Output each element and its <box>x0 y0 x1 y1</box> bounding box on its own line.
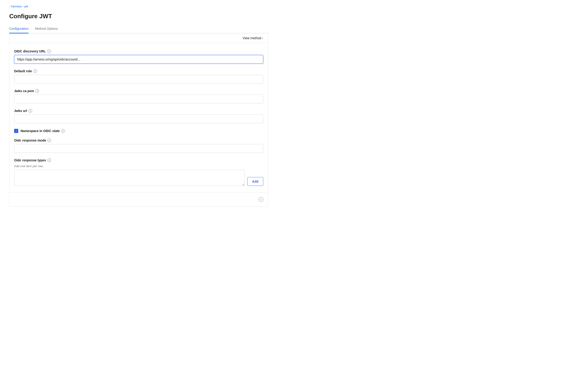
info-icon-jwks-url[interactable]: i <box>28 109 32 113</box>
field-default-role: Default role i <box>14 69 263 84</box>
textarea-oidc-response-types[interactable] <box>14 170 244 186</box>
page-title: Configure JWT <box>9 13 268 20</box>
breadcrumb: ‹ harness ‹ jwt <box>9 5 268 8</box>
add-oidc-response-type-button[interactable]: Add <box>247 177 263 186</box>
input-default-role[interactable] <box>14 75 263 84</box>
label-oidc-response-types: Oidc response types i <box>14 158 263 162</box>
info-icon-oidc-response-types[interactable]: i <box>47 158 51 162</box>
form-area: OIDC discovery URL i Default role i Jwks… <box>10 43 268 192</box>
info-icon-oidc-response-mode[interactable]: i <box>47 139 51 142</box>
info-icon-namespace-oidc-state[interactable]: i <box>61 129 65 133</box>
checkbox-namespace-oidc-state[interactable]: ✓ <box>14 129 18 133</box>
field-oidc-response-types: Oidc response types i Add one item per r… <box>14 158 263 186</box>
view-method-bar: View method › <box>10 33 268 43</box>
tab-method-options[interactable]: Method Options <box>35 24 58 33</box>
chevron-right-icon: › <box>262 36 263 40</box>
label-namespace-oidc-state: Namespace in OIDC state i <box>21 129 65 133</box>
info-icon-default-role[interactable]: i <box>33 69 37 73</box>
input-jwks-ca-pem[interactable] <box>14 95 263 103</box>
view-method-link[interactable]: View method › <box>243 36 263 40</box>
field-oidc-discovery-url: OIDC discovery URL i <box>14 50 263 64</box>
field-jwks-url: Jwks url i <box>14 109 263 123</box>
content-area: View method › OIDC discovery URL i Defau… <box>9 33 268 207</box>
field-namespace-oidc-state: ✓ Namespace in OIDC state i <box>14 129 263 133</box>
input-oidc-discovery-url[interactable] <box>14 55 263 64</box>
input-jwks-url[interactable] <box>14 114 263 123</box>
view-method-label: View method <box>243 36 262 40</box>
label-oidc-response-mode: Oidc response mode i <box>14 139 263 142</box>
input-oidc-response-mode[interactable] <box>14 144 263 153</box>
label-jwks-url: Jwks url i <box>14 109 263 113</box>
field-oidc-response-mode: Oidc response mode i <box>14 139 263 153</box>
bottom-partial-row: i <box>10 192 268 206</box>
field-jwks-ca-pem: Jwks ca pem i <box>14 89 263 103</box>
label-jwks-ca-pem: Jwks ca pem i <box>14 89 263 93</box>
breadcrumb-harness[interactable]: harness <box>11 5 22 8</box>
tabs-container: Configuration Method Options <box>9 24 268 33</box>
breadcrumb-separator-left: ‹ <box>9 5 10 8</box>
label-oidc-discovery-url: OIDC discovery URL i <box>14 50 263 53</box>
oidc-response-types-input-row: Add <box>14 170 263 186</box>
oidc-response-types-hint: Add one item per row. <box>14 164 263 168</box>
checkmark-icon: ✓ <box>15 130 17 132</box>
breadcrumb-jwt[interactable]: jwt <box>24 5 28 8</box>
info-icon-oidc-discovery-url[interactable]: i <box>47 50 51 53</box>
tab-configuration[interactable]: Configuration <box>9 24 28 33</box>
info-icon-jwks-ca-pem[interactable]: i <box>35 89 39 93</box>
breadcrumb-separator-mid: ‹ <box>23 5 24 8</box>
label-default-role: Default role i <box>14 69 263 73</box>
bottom-info-icon[interactable]: i <box>259 197 263 202</box>
